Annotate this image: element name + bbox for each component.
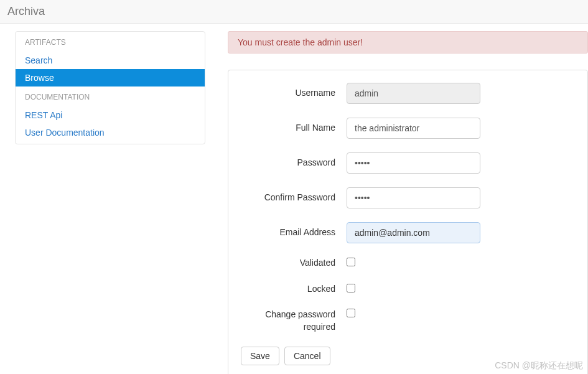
- label-change-password-required: Change password required: [241, 309, 347, 333]
- label-email: Email Address: [241, 227, 347, 239]
- layout: ARTIFACTS Search Browse DOCUMENTATION RE…: [0, 24, 588, 374]
- username-field: [347, 83, 480, 104]
- main: You must create the admin user! Username…: [205, 31, 588, 374]
- locked-checkbox[interactable]: [347, 284, 355, 292]
- sidebar-item-label: Search: [25, 55, 52, 65]
- confirm-password-field[interactable]: [347, 187, 480, 208]
- sidebar-section-documentation: DOCUMENTATION: [16, 86, 205, 106]
- row-validated: Validated: [241, 257, 575, 269]
- sidebar-item-browse[interactable]: Browse: [16, 69, 205, 86]
- sidebar-item-search[interactable]: Search: [16, 52, 205, 69]
- row-fullname: Full Name: [241, 118, 575, 139]
- label-password: Password: [241, 157, 347, 169]
- cancel-button[interactable]: Cancel: [284, 347, 330, 365]
- fullname-field[interactable]: [347, 118, 480, 139]
- label-validated: Validated: [241, 257, 347, 269]
- validated-checkbox[interactable]: [347, 258, 355, 266]
- row-change-password: Change password required: [241, 309, 575, 333]
- sidebar-item-label: REST Api: [25, 110, 62, 120]
- sidebar-item-user-documentation[interactable]: User Documentation: [16, 124, 205, 141]
- sidebar: ARTIFACTS Search Browse DOCUMENTATION RE…: [15, 31, 205, 144]
- row-email: Email Address: [241, 222, 575, 243]
- topbar: Archiva: [0, 0, 588, 24]
- sidebar-item-rest-api[interactable]: REST Api: [16, 106, 205, 124]
- sidebar-section-artifacts: ARTIFACTS: [16, 32, 205, 52]
- button-row: Save Cancel: [241, 347, 575, 365]
- label-locked: Locked: [241, 283, 347, 296]
- row-confirm-password: Confirm Password: [241, 187, 575, 208]
- row-password: Password: [241, 152, 575, 174]
- label-username: Username: [241, 87, 347, 100]
- sidebar-item-label: Browse: [25, 73, 54, 83]
- password-field[interactable]: [347, 152, 480, 174]
- save-button[interactable]: Save: [241, 347, 279, 365]
- sidebar-item-label: User Documentation: [25, 128, 105, 138]
- row-username: Username: [241, 83, 575, 104]
- brand-title: Archiva: [7, 5, 45, 17]
- label-confirm-password: Confirm Password: [241, 192, 347, 204]
- sidebar-wrap: ARTIFACTS Search Browse DOCUMENTATION RE…: [0, 31, 205, 374]
- row-locked: Locked: [241, 283, 575, 296]
- create-admin-panel: Username Full Name Password Confirm Pass…: [228, 70, 588, 374]
- alert-admin-required: You must create the admin user!: [228, 31, 588, 54]
- label-fullname: Full Name: [241, 122, 347, 134]
- email-field[interactable]: [347, 222, 480, 243]
- change-password-required-checkbox[interactable]: [347, 309, 355, 317]
